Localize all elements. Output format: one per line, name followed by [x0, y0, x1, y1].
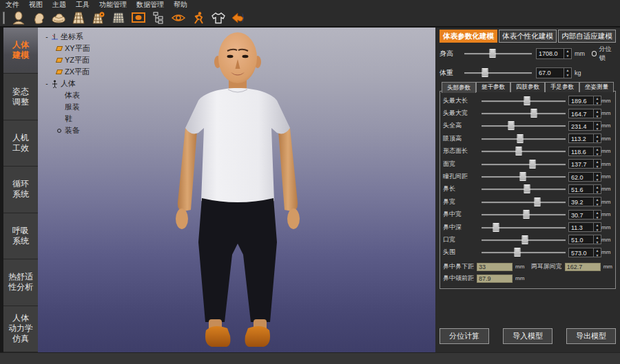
- param-spinbox[interactable]: 231.4▲▼: [568, 121, 601, 131]
- spin-down-icon[interactable]: ▼: [594, 202, 601, 207]
- subtab-head-params[interactable]: 头部参数: [442, 82, 476, 93]
- slider-thumb[interactable]: [515, 147, 521, 156]
- param-spinbox[interactable]: 113.2▲▼: [568, 133, 601, 143]
- param-slider[interactable]: [482, 96, 566, 106]
- sidebar-item-body-dynamics[interactable]: 人体 动力学 仿真: [3, 306, 38, 352]
- param-value[interactable]: 118.6: [569, 147, 593, 156]
- tree-node-label[interactable]: 鞋: [63, 114, 72, 124]
- tree-node-label[interactable]: 坐标系: [59, 32, 83, 42]
- slider-thumb[interactable]: [530, 160, 536, 169]
- spin-down-icon[interactable]: ▼: [594, 139, 601, 144]
- tree-node-label[interactable]: ZX平面: [63, 67, 90, 77]
- param-value[interactable]: 62.0: [569, 173, 593, 181]
- grid-block-icon[interactable]: [110, 10, 127, 26]
- tree-node-shoes[interactable]: 鞋: [43, 113, 90, 125]
- param-spinbox[interactable]: 118.6▲▼: [568, 147, 601, 156]
- spin-up-icon[interactable]: ▲: [564, 49, 571, 54]
- param-spinbox[interactable]: 62.0▲▼: [568, 172, 601, 182]
- spin-down-icon[interactable]: ▼: [594, 215, 601, 220]
- extra-input[interactable]: 87.9: [477, 275, 513, 283]
- param-spinbox[interactable]: 51.0▲▼: [568, 235, 601, 244]
- spin-down-icon[interactable]: ▼: [564, 54, 571, 58]
- viewport-3d[interactable]: - 坐标系 XY平面 YZ平面 ZX平面: [38, 28, 435, 352]
- tree-node-label[interactable]: 体表: [63, 90, 80, 100]
- undo-arrow-icon[interactable]: [230, 10, 247, 26]
- subtab-hands-feet-params[interactable]: 手足参数: [545, 82, 579, 92]
- tree-node-yz-plane[interactable]: YZ平面: [43, 54, 90, 66]
- tree-node-xy-plane[interactable]: XY平面: [43, 43, 90, 54]
- spin-down-icon[interactable]: ▼: [594, 114, 601, 119]
- sidebar-item-ergonomics[interactable]: 人机 工效: [3, 120, 38, 167]
- extra-input[interactable]: 162.7: [565, 263, 601, 271]
- spin-down-icon[interactable]: ▼: [594, 228, 601, 233]
- menu-tools[interactable]: 工具: [76, 0, 90, 10]
- mesh-gear-icon[interactable]: [90, 10, 107, 26]
- slider-thumb[interactable]: [482, 68, 488, 77]
- slider-thumb[interactable]: [522, 235, 528, 244]
- garment-mesh-icon[interactable]: [70, 10, 87, 26]
- height-value[interactable]: 1708.0: [537, 49, 564, 58]
- spin-down-icon[interactable]: ▼: [594, 240, 601, 245]
- spin-up-icon[interactable]: ▲: [594, 109, 601, 114]
- extra-input[interactable]: 33: [477, 263, 513, 271]
- slider-thumb[interactable]: [523, 210, 529, 219]
- spin-down-icon[interactable]: ▼: [594, 164, 601, 169]
- slider-thumb[interactable]: [524, 184, 530, 193]
- running-man-icon[interactable]: [190, 10, 207, 26]
- spin-up-icon[interactable]: ▲: [594, 122, 601, 127]
- tree-node-equipment[interactable]: 装备: [43, 125, 90, 136]
- param-value[interactable]: 30.7: [569, 211, 593, 219]
- spin-down-icon[interactable]: ▼: [594, 190, 601, 195]
- spin-down-icon[interactable]: ▼: [594, 152, 601, 157]
- spin-up-icon[interactable]: ▲: [594, 197, 601, 202]
- sidebar-item-thermal-comfort[interactable]: 热舒适 性分析: [3, 259, 38, 306]
- subtab-torso-params[interactable]: 躯干参数: [476, 82, 510, 92]
- param-value[interactable]: 51.0: [569, 235, 593, 244]
- menu-theme[interactable]: 主题: [52, 0, 66, 10]
- display-icon[interactable]: [130, 10, 147, 26]
- tree-node-zx-plane[interactable]: ZX平面: [43, 66, 90, 78]
- param-slider[interactable]: [482, 171, 566, 182]
- spin-up-icon[interactable]: ▲: [594, 185, 601, 190]
- tree-node-label[interactable]: 人体: [59, 78, 76, 89]
- slider-thumb[interactable]: [490, 49, 496, 58]
- quantile-lock-radio[interactable]: 分位锁: [592, 45, 616, 63]
- tab-personalized-modeling[interactable]: 体表个性化建模: [499, 30, 557, 43]
- spin-up-icon[interactable]: ▲: [594, 160, 601, 164]
- param-value[interactable]: 39.2: [569, 197, 593, 206]
- slider-thumb[interactable]: [534, 197, 540, 206]
- param-spinbox[interactable]: 39.2▲▼: [568, 197, 601, 206]
- radio-circle-icon[interactable]: [592, 51, 597, 56]
- collapse-icon[interactable]: -: [43, 80, 50, 87]
- param-slider[interactable]: [482, 146, 566, 156]
- spin-down-icon[interactable]: ▼: [594, 178, 601, 182]
- import-model-button[interactable]: 导入模型: [503, 328, 552, 344]
- param-slider[interactable]: [482, 209, 566, 220]
- toolbar-grip[interactable]: [3, 12, 5, 24]
- hierarchy-icon[interactable]: [150, 10, 167, 26]
- height-slider[interactable]: [464, 48, 532, 58]
- collapse-icon[interactable]: -: [43, 33, 50, 41]
- param-spinbox[interactable]: 30.7▲▼: [568, 210, 601, 220]
- tree-node-label[interactable]: 服装: [63, 102, 80, 112]
- weight-spinbox[interactable]: 67.0 ▲▼: [536, 67, 572, 78]
- param-value[interactable]: 189.6: [569, 96, 593, 105]
- spin-up-icon[interactable]: ▲: [564, 68, 571, 73]
- spin-up-icon[interactable]: ▲: [594, 96, 601, 101]
- tree-node-label[interactable]: 装备: [63, 125, 80, 136]
- tree-node-human-body[interactable]: - 人体: [43, 78, 90, 89]
- param-value[interactable]: 573.0: [569, 248, 593, 257]
- spin-down-icon[interactable]: ▼: [594, 127, 601, 131]
- tshirt-icon[interactable]: [210, 10, 227, 26]
- param-spinbox[interactable]: 51.6▲▼: [568, 184, 601, 194]
- spin-up-icon[interactable]: ▲: [594, 211, 601, 215]
- param-slider[interactable]: [482, 247, 566, 257]
- menu-help[interactable]: 帮助: [174, 0, 187, 10]
- tree-node-clothing[interactable]: 服装: [43, 101, 90, 113]
- slider-thumb[interactable]: [508, 121, 514, 130]
- spin-down-icon[interactable]: ▼: [594, 101, 601, 106]
- slider-thumb[interactable]: [517, 134, 524, 143]
- tree-node-label[interactable]: XY平面: [63, 43, 90, 54]
- param-value[interactable]: 164.7: [569, 109, 593, 118]
- slider-thumb[interactable]: [515, 248, 521, 257]
